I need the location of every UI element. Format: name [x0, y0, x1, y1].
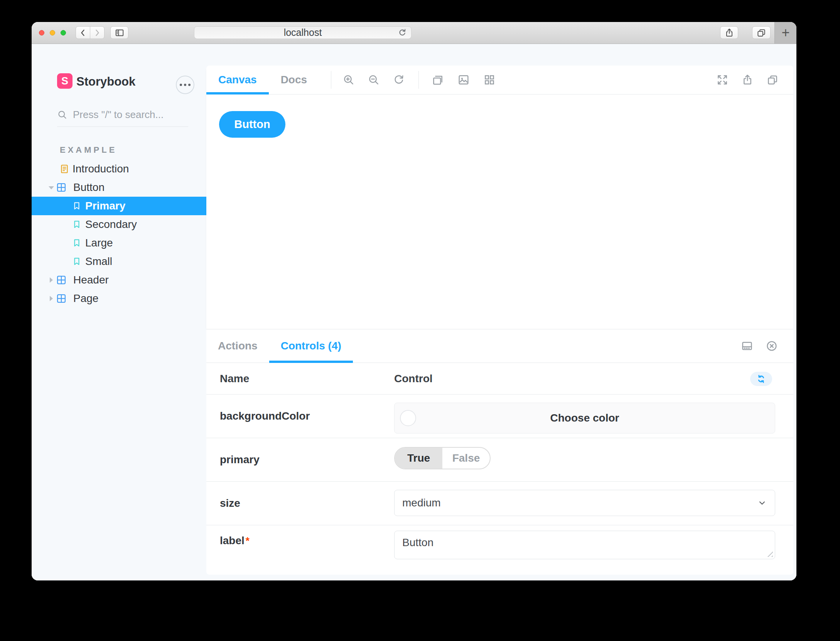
close-panel-button[interactable]	[765, 339, 778, 353]
choose-color-label: Choose color	[550, 412, 619, 424]
zoom-reset-button[interactable]	[392, 73, 405, 86]
story-tree: Introduction Button Primary	[32, 160, 206, 308]
tab-actions[interactable]: Actions	[206, 329, 269, 363]
share-button[interactable]	[720, 26, 738, 39]
reload-button[interactable]	[397, 28, 407, 38]
copy-link-button[interactable]	[766, 73, 779, 86]
sidebar-item-large[interactable]: Large	[32, 234, 206, 252]
panel-orientation-icon	[741, 340, 753, 352]
bookmark-icon	[72, 257, 81, 266]
grid-button[interactable]	[483, 73, 496, 86]
component-icon	[56, 293, 67, 304]
zoom-in-icon	[342, 74, 355, 86]
fullscreen-icon	[716, 74, 729, 86]
item-label: Introduction	[73, 163, 129, 175]
canvas-right-tools	[716, 66, 779, 94]
sidebar-item-introduction[interactable]: Introduction	[32, 160, 206, 178]
zoom-window-button[interactable]	[61, 30, 66, 35]
show-tabs-button[interactable]	[752, 26, 771, 39]
choose-color-button[interactable]: Choose color	[394, 403, 775, 434]
control-row-backgroundColor: backgroundColor Choose color	[206, 395, 793, 438]
url-text: localhost	[284, 27, 322, 38]
arg-name: size	[220, 497, 240, 509]
forward-button[interactable]	[90, 26, 105, 39]
panel-tabbar: Actions Controls (4)	[206, 329, 793, 363]
sidebar-toggle-button[interactable]	[110, 26, 128, 39]
close-circle-icon	[766, 340, 778, 352]
toolbar-divider	[418, 71, 419, 89]
document-icon	[59, 164, 69, 174]
sidebar-menu-button[interactable]	[176, 76, 194, 94]
control-row-size: size medium	[206, 482, 793, 525]
arg-name: label*	[220, 535, 250, 547]
resize-grip-icon[interactable]	[766, 550, 773, 557]
browser-toolbar: localhost +	[32, 22, 796, 44]
column-header-name: Name	[220, 363, 249, 394]
canvas-tabbar: Canvas Docs	[206, 66, 793, 94]
new-tab-button[interactable]: +	[774, 22, 796, 44]
search-input[interactable]: Press "/" to search...	[57, 103, 188, 127]
item-label: Button	[73, 181, 105, 194]
sidebar: S Storybook Press "/" to search... EXAMP…	[32, 44, 206, 580]
open-external-button[interactable]	[741, 73, 754, 86]
item-label: Header	[73, 274, 109, 286]
label-textarea[interactable]: Button	[394, 531, 775, 559]
component-icon	[56, 182, 67, 193]
open-external-icon	[741, 74, 754, 86]
panel-tools	[740, 329, 778, 363]
brand-title[interactable]: Storybook	[76, 75, 135, 89]
url-field[interactable]: localhost	[194, 26, 412, 39]
toolbar-divider	[331, 71, 331, 89]
sidebar-item-header[interactable]: Header	[32, 271, 206, 289]
fullscreen-button[interactable]	[716, 73, 729, 86]
item-label: Page	[73, 292, 98, 305]
grid-icon	[483, 74, 496, 86]
reload-icon	[397, 28, 407, 38]
tab-canvas[interactable]: Canvas	[206, 66, 269, 94]
storybook-logo[interactable]: S	[57, 73, 73, 89]
minimize-window-button[interactable]	[50, 30, 55, 35]
panel-position-button[interactable]	[740, 339, 754, 353]
background-button[interactable]	[457, 73, 470, 86]
arg-name: backgroundColor	[220, 410, 310, 422]
sidebar-item-secondary[interactable]: Secondary	[32, 215, 206, 234]
toggle-true-option[interactable]: True	[395, 448, 442, 469]
search-placeholder: Press "/" to search...	[73, 109, 164, 121]
control-row-primary: primary True False	[206, 438, 793, 482]
caret-down-icon[interactable]	[49, 186, 54, 189]
sidebar-icon	[115, 28, 125, 38]
refresh-icon	[756, 374, 766, 384]
controls-table-header: Name Control	[206, 363, 793, 395]
viewport-button[interactable]	[431, 73, 444, 86]
item-label: Large	[85, 237, 113, 249]
tab-docs[interactable]: Docs	[269, 66, 319, 94]
sidebar-section-title: EXAMPLE	[60, 145, 117, 155]
bookmark-icon	[72, 220, 81, 229]
column-header-control: Control	[394, 363, 433, 394]
zoom-tools	[342, 66, 405, 94]
caret-right-icon[interactable]	[50, 296, 53, 301]
preview-button-component[interactable]: Button	[219, 111, 285, 138]
toggle-false-option[interactable]: False	[442, 448, 490, 469]
close-window-button[interactable]	[39, 30, 44, 35]
zoom-out-button[interactable]	[367, 73, 380, 86]
zoom-reset-icon	[393, 74, 405, 86]
search-icon	[57, 110, 67, 120]
chevron-left-icon	[78, 28, 88, 37]
bookmark-icon	[72, 201, 81, 211]
reset-controls-button[interactable]	[750, 372, 772, 386]
size-select[interactable]: medium	[394, 490, 775, 516]
sidebar-item-primary[interactable]: Primary	[32, 197, 206, 215]
tab-controls[interactable]: Controls (4)	[269, 329, 353, 363]
copy-icon	[766, 74, 779, 86]
sidebar-item-small[interactable]: Small	[32, 252, 206, 271]
bookmark-icon	[72, 238, 81, 248]
sidebar-item-page[interactable]: Page	[32, 289, 206, 308]
chevron-right-icon	[93, 28, 102, 37]
browser-window: localhost + S Storybook	[32, 22, 796, 580]
required-asterisk: *	[246, 535, 250, 547]
caret-right-icon[interactable]	[50, 277, 53, 283]
zoom-in-button[interactable]	[342, 73, 355, 86]
sidebar-item-button[interactable]: Button	[32, 178, 206, 197]
back-button[interactable]	[76, 26, 90, 39]
